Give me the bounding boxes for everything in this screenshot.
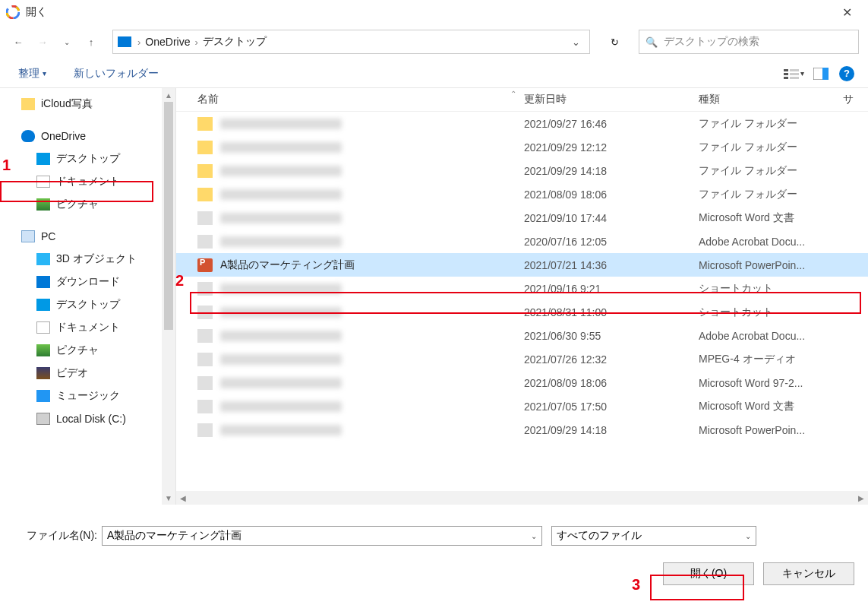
recent-dropdown[interactable]: ⌄ <box>58 33 76 51</box>
file-icon <box>197 376 213 390</box>
file-type: ファイル フォルダー <box>699 164 851 178</box>
file-name <box>220 142 524 153</box>
preview-pane-button[interactable] <box>809 66 833 81</box>
file-row[interactable]: 2021/06/30 9:55Adobe Acrobat Docu... <box>176 324 868 347</box>
file-date: 2021/08/09 18:06 <box>524 188 699 201</box>
file-icon <box>197 235 213 249</box>
scroll-right-icon[interactable]: ▶ <box>854 494 868 502</box>
file-row[interactable]: 2021/08/09 18:06ファイル フォルダー <box>176 182 868 206</box>
file-name <box>220 189 524 200</box>
sidebar-item-9[interactable]: ドキュメント <box>0 316 175 339</box>
new-folder-button[interactable]: 新しいフォルダー <box>69 65 163 82</box>
breadcrumb[interactable]: › OneDrive › デスクトップ ⌄ <box>112 30 590 54</box>
help-button[interactable]: ? <box>839 66 854 81</box>
col-size[interactable]: サ <box>843 93 868 106</box>
ic-music-icon <box>36 390 50 402</box>
svg-rect-4 <box>784 73 788 75</box>
scroll-left-icon[interactable]: ◀ <box>176 494 190 502</box>
col-name[interactable]: 名前 <box>197 93 524 106</box>
sidebar-scrollbar[interactable]: ▲ ▼ <box>162 88 175 505</box>
file-type: Adobe Acrobat Docu... <box>699 330 851 342</box>
sidebar-item-label: デスクトップ <box>56 152 120 166</box>
annotation-2-outline <box>190 292 861 314</box>
file-icon <box>197 329 213 343</box>
breadcrumb-dropdown[interactable]: ⌄ <box>567 36 585 48</box>
chevron-down-icon[interactable]: ⌄ <box>745 532 751 540</box>
file-date: 2020/07/16 12:05 <box>524 236 699 248</box>
file-name <box>220 213 524 223</box>
svg-rect-10 <box>822 68 829 80</box>
scroll-up-icon[interactable]: ▲ <box>162 88 175 102</box>
file-date: 2021/08/09 18:06 <box>524 377 699 389</box>
file-row[interactable]: 2021/09/27 16:46ファイル フォルダー <box>176 112 868 135</box>
file-type: ファイル フォルダー <box>699 141 851 154</box>
crumb-onedrive[interactable]: OneDrive <box>142 36 193 48</box>
sidebar-item-label: ミュージック <box>56 389 120 403</box>
forward-button[interactable]: → <box>33 33 52 51</box>
file-row[interactable]: 2021/09/29 12:12ファイル フォルダー <box>176 135 868 159</box>
chevron-down-icon[interactable]: ⌄ <box>531 532 537 540</box>
sidebar-item-13[interactable]: Local Disk (C:) <box>0 407 175 430</box>
file-row[interactable]: 2021/09/10 17:44Microsoft Word 文書 <box>176 206 868 230</box>
sidebar-item-5[interactable]: PC <box>0 225 175 248</box>
ic-doc-icon <box>36 321 50 334</box>
file-date: 2021/07/05 17:50 <box>524 401 699 413</box>
file-name <box>220 236 524 247</box>
svg-rect-5 <box>784 77 788 79</box>
ic-disk-icon <box>36 413 50 425</box>
sidebar-item-0[interactable]: iCloud写真 <box>0 93 175 116</box>
file-row[interactable]: A製品のマーケティング計画2021/07/21 14:36Microsoft P… <box>176 253 868 277</box>
search-icon: 🔍 <box>645 36 658 48</box>
cancel-button[interactable]: キャンセル <box>763 562 854 585</box>
ic-folder-icon <box>21 98 35 110</box>
file-icon <box>197 423 213 437</box>
file-name <box>220 425 524 435</box>
file-row[interactable]: 2021/07/26 12:32MPEG-4 オーディオ <box>176 347 868 371</box>
close-button[interactable]: ✕ <box>832 5 862 20</box>
sidebar-item-12[interactable]: ミュージック <box>0 385 175 407</box>
svg-rect-8 <box>790 77 799 79</box>
col-type[interactable]: 種類 <box>699 93 843 106</box>
organize-button[interactable]: 整理▾ <box>14 65 51 82</box>
filetype-select[interactable]: すべてのファイル ⌄ <box>551 526 756 546</box>
file-row[interactable]: 2021/09/29 14:18Microsoft PowerPoin... <box>176 418 868 442</box>
sidebar-item-8[interactable]: デスクトップ <box>0 293 175 316</box>
search-placeholder: デスクトップの検索 <box>664 35 759 49</box>
ic-monitor-icon <box>36 153 50 165</box>
sidebar-item-2[interactable]: デスクトップ <box>0 147 175 170</box>
sidebar-item-1[interactable]: OneDrive <box>0 125 175 147</box>
sidebar-item-6[interactable]: 3D オブジェクト <box>0 248 175 271</box>
sidebar-item-11[interactable]: ビデオ <box>0 362 175 385</box>
file-row[interactable]: 2021/09/29 14:18ファイル フォルダー <box>176 159 868 182</box>
chevron-right-icon: › <box>136 36 142 48</box>
annotation-3-outline <box>650 575 744 600</box>
file-row[interactable]: 2021/07/05 17:50Microsoft Word 文書 <box>176 394 868 418</box>
scroll-down-icon[interactable]: ▼ <box>162 491 175 505</box>
refresh-button[interactable]: ↻ <box>602 30 627 54</box>
file-type: Microsoft Word 文書 <box>699 400 851 413</box>
sidebar-item-7[interactable]: ダウンロード <box>0 271 175 293</box>
up-button[interactable]: ↑ <box>82 33 100 51</box>
file-icon <box>197 117 213 131</box>
filename-input[interactable]: A製品のマーケティング計画 ⌄ <box>102 526 542 546</box>
sidebar-item-label: Local Disk (C:) <box>56 413 126 425</box>
view-button[interactable]: ▾ <box>779 66 809 81</box>
chevron-right-icon: › <box>193 36 199 48</box>
file-row[interactable]: 2021/08/09 18:06Microsoft Word 97-2... <box>176 371 868 394</box>
search-input[interactable]: 🔍 デスクトップの検索 <box>639 30 859 54</box>
scroll-thumb[interactable] <box>164 102 173 330</box>
crumb-desktop[interactable]: デスクトップ <box>200 35 270 49</box>
navbar: ← → ⌄ ↑ › OneDrive › デスクトップ ⌄ ↻ 🔍 デスクトップ… <box>0 24 868 59</box>
sidebar-item-10[interactable]: ピクチャ <box>0 339 175 362</box>
file-name <box>220 378 524 388</box>
file-type: MPEG-4 オーディオ <box>699 353 851 366</box>
ic-vid-icon <box>36 367 50 379</box>
file-icon <box>197 211 213 225</box>
back-button[interactable]: ← <box>9 33 27 51</box>
file-icon <box>197 188 213 201</box>
file-row[interactable]: 2020/07/16 12:05Adobe Acrobat Docu... <box>176 230 868 253</box>
file-icon <box>197 400 213 413</box>
sidebar: iCloud写真OneDriveデスクトップドキュメントピクチャPC3D オブジ… <box>0 88 176 505</box>
col-date[interactable]: 更新日時 <box>524 93 699 106</box>
horizontal-scrollbar[interactable]: ◀ ▶ <box>176 491 868 505</box>
